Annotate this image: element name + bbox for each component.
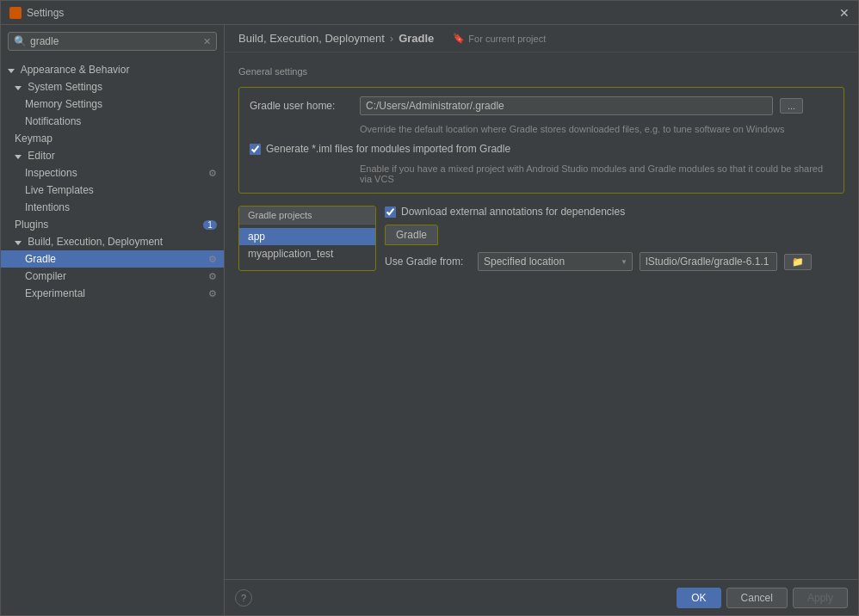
download-annotations-row: Download external annotations for depend… xyxy=(385,206,844,218)
action-buttons: OK Cancel Apply xyxy=(677,588,848,608)
main-content: General settings Gradle user home: ... O… xyxy=(225,52,858,579)
gradle-tab-area: Gradle xyxy=(385,225,844,245)
use-gradle-from-row: Use Gradle from: Specified location 📁 xyxy=(385,252,844,271)
sidebar-item-notifications[interactable]: Notifications xyxy=(1,113,224,130)
gradle-settings-right: Download external annotations for depend… xyxy=(385,206,844,271)
project-item-app[interactable]: app xyxy=(239,228,375,245)
sidebar-item-label: Notifications xyxy=(25,115,81,127)
sidebar: 🔍 ✕ Appearance & Behavior System Setting… xyxy=(1,25,225,615)
search-input[interactable] xyxy=(30,35,200,47)
sidebar-item-label: Plugins xyxy=(15,219,48,231)
gradle-projects-box: Gradle projects app myapplication_test xyxy=(238,206,376,271)
close-button[interactable]: ✕ xyxy=(839,6,850,20)
generate-iml-checkbox[interactable] xyxy=(250,144,261,155)
generate-iml-hint: Enable if you have a mixed project with … xyxy=(250,163,833,184)
gradle-path-browse-button[interactable]: 📁 xyxy=(784,254,812,270)
apply-button[interactable]: Apply xyxy=(793,588,848,608)
project-list: app myapplication_test xyxy=(239,225,375,266)
download-annotations-checkbox[interactable] xyxy=(385,206,396,218)
search-box[interactable]: 🔍 ✕ xyxy=(8,32,217,51)
general-settings-group: Gradle user home: ... Override the defau… xyxy=(238,87,844,194)
gradle-user-home-label: Gradle user home: xyxy=(250,100,353,112)
sidebar-item-inspections[interactable]: Inspections ⚙ xyxy=(1,164,224,182)
sidebar-item-label: Compiler xyxy=(25,270,66,282)
generate-iml-row: Generate *.iml files for modules importe… xyxy=(250,143,833,155)
search-clear-icon[interactable]: ✕ xyxy=(203,36,211,47)
section-title: General settings xyxy=(238,66,844,77)
sidebar-item-label: Build, Execution, Deployment xyxy=(28,236,163,248)
download-annotations-label: Download external annotations for depend… xyxy=(401,206,625,218)
titlebar-title: Settings xyxy=(9,7,64,19)
cancel-button[interactable]: Cancel xyxy=(726,588,788,608)
window-title: Settings xyxy=(27,7,64,19)
use-gradle-label: Use Gradle from: xyxy=(385,256,471,268)
gradle-home-hint: Override the default location where Grad… xyxy=(250,124,833,134)
gradle-user-home-row: Gradle user home: ... xyxy=(250,96,833,115)
gradle-projects-section: Gradle projects app myapplication_test D… xyxy=(238,206,844,271)
project-item-myapp[interactable]: myapplication_test xyxy=(239,245,375,262)
sidebar-item-label: Keymap xyxy=(15,132,53,145)
sidebar-item-label: Editor xyxy=(28,150,54,162)
sidebar-item-label: Appearance & Behavior xyxy=(21,64,130,76)
sidebar-item-intentions[interactable]: Intentions xyxy=(1,199,224,216)
settings-icon-gradle: ⚙ xyxy=(208,254,217,265)
breadcrumb-current: Gradle xyxy=(399,32,434,45)
gradle-home-browse-button[interactable]: ... xyxy=(780,98,803,114)
sidebar-item-plugins[interactable]: Plugins 1 xyxy=(1,216,224,233)
sidebar-item-label: Gradle xyxy=(25,253,56,265)
titlebar: Settings ✕ xyxy=(1,1,858,25)
sidebar-item-editor[interactable]: Editor xyxy=(1,147,224,164)
gradle-path-input[interactable] xyxy=(640,252,777,271)
help-button[interactable]: ? xyxy=(235,589,252,607)
sidebar-item-compiler[interactable]: Compiler ⚙ xyxy=(1,268,224,285)
gradle-tab-button[interactable]: Gradle xyxy=(385,225,438,245)
sidebar-item-appearance-behavior[interactable]: Appearance & Behavior xyxy=(1,61,224,78)
use-gradle-dropdown[interactable]: Specified location xyxy=(478,252,633,271)
breadcrumb-separator: › xyxy=(390,32,393,45)
generate-iml-label: Generate *.iml files for modules importe… xyxy=(266,143,510,155)
sidebar-item-label: System Settings xyxy=(28,81,102,93)
sidebar-item-label: Live Templates xyxy=(25,184,94,196)
for-project-label: 🔖 For current project xyxy=(453,33,546,44)
sidebar-item-build-execution[interactable]: Build, Execution, Deployment xyxy=(1,233,224,250)
nav-tree: Appearance & Behavior System Settings Me… xyxy=(1,58,224,615)
sidebar-item-label: Memory Settings xyxy=(25,98,102,110)
plugins-badge: 1 xyxy=(203,220,217,230)
search-icon: 🔍 xyxy=(14,35,27,47)
breadcrumb: Build, Execution, Deployment › Gradle 🔖 … xyxy=(225,25,858,52)
generate-iml-checkbox-row: Generate *.iml files for modules importe… xyxy=(250,143,510,155)
main-panel: Build, Execution, Deployment › Gradle 🔖 … xyxy=(225,25,858,615)
info-icon: 🔖 xyxy=(453,33,465,44)
sidebar-item-live-templates[interactable]: Live Templates xyxy=(1,182,224,199)
sidebar-item-system-settings[interactable]: System Settings xyxy=(1,78,224,95)
content-area: 🔍 ✕ Appearance & Behavior System Setting… xyxy=(1,25,858,615)
settings-icon-experimental: ⚙ xyxy=(208,288,217,299)
bottom-bar: ? OK Cancel Apply xyxy=(225,579,858,615)
settings-icon: ⚙ xyxy=(208,168,217,179)
settings-window: Settings ✕ 🔍 ✕ Appearance & Behavior xyxy=(0,0,859,616)
sidebar-item-keymap[interactable]: Keymap xyxy=(1,130,224,147)
sidebar-item-label: Intentions xyxy=(25,201,70,213)
sidebar-item-experimental[interactable]: Experimental ⚙ xyxy=(1,285,224,302)
sidebar-item-gradle[interactable]: Gradle ⚙ xyxy=(1,250,224,268)
gradle-projects-title: Gradle projects xyxy=(239,206,375,225)
ok-button[interactable]: OK xyxy=(677,588,720,608)
sidebar-item-memory-settings[interactable]: Memory Settings xyxy=(1,95,224,113)
app-icon xyxy=(9,7,22,19)
sidebar-item-label: Inspections xyxy=(25,167,77,179)
use-gradle-dropdown-wrapper: Specified location xyxy=(478,252,633,271)
gradle-user-home-input[interactable] xyxy=(360,96,773,115)
breadcrumb-path: Build, Execution, Deployment xyxy=(238,32,385,45)
settings-icon-compiler: ⚙ xyxy=(208,271,217,282)
sidebar-item-label: Experimental xyxy=(25,287,85,299)
